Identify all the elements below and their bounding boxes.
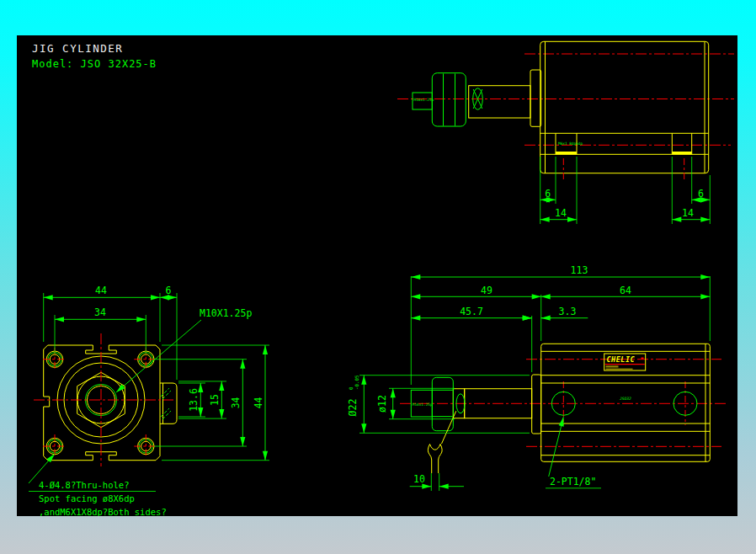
dim-34-top: 34	[94, 306, 106, 318]
dim-3-3: 3.3	[559, 306, 577, 317]
thread-hatch	[162, 391, 171, 399]
rod-nut	[432, 73, 466, 126]
brand-text-row	[606, 369, 633, 370]
dim-44-side: 44	[253, 397, 264, 408]
dim-6-left: 6	[545, 188, 551, 200]
thread-hatch	[161, 388, 169, 397]
wrench-contact-line	[442, 411, 456, 444]
dim-dia22-tol-low: -0.05	[354, 375, 359, 390]
dim-49: 49	[481, 285, 492, 296]
dim-64: 64	[620, 285, 631, 296]
dim-dia22: Ø22	[347, 399, 359, 417]
note-line1: 4-Ø4.8?Thru-hole?	[39, 480, 129, 490]
rod-flange	[532, 375, 541, 434]
brand-text-row	[606, 365, 619, 367]
drawing-model: Model: JSO 32X25-B	[32, 58, 157, 70]
brand-mark	[642, 358, 644, 360]
rod-nut	[432, 377, 453, 430]
dim-34-side: 34	[230, 397, 242, 408]
front-view: 44 6 34 13.6 15 34 44 M10X1.25p 4-Ø4.8?T…	[29, 285, 269, 516]
thread-hatch	[161, 408, 169, 417]
cad-drawing: JIG CYLINDER Model: JSO 32X25-B M10x1.25…	[17, 35, 737, 516]
strip-highlight	[556, 152, 577, 154]
thread-callout-label: M10X1.25p	[200, 307, 252, 319]
brand-plate: CHELIC	[604, 354, 646, 370]
dim-dia12: ø12	[376, 395, 388, 413]
title-block: JIG CYLINDER Model: JSO 32X25-B	[32, 42, 157, 70]
top-side-view: M10x1.25p M6x1 8dp6dp 6 14 6 14	[397, 41, 734, 224]
dim-113: 113	[571, 264, 588, 276]
body-stamp: JSO32	[619, 397, 631, 401]
groove-label: M6x1 8dp6dp	[558, 141, 583, 146]
bottom-side-view: M10x1.25p CHELIC JSO32 10 2-PT1/8"	[347, 264, 728, 491]
rod-thread-label: M10x1.25p	[414, 98, 434, 102]
brand-name: CHELIC	[607, 355, 636, 364]
port-label: 2-PT1/8"	[550, 476, 596, 487]
dim-45-7: 45.7	[460, 306, 483, 317]
piston-rod	[469, 86, 530, 118]
strip-highlight	[672, 152, 691, 154]
dim-14-left: 14	[555, 207, 567, 219]
corner-hole	[43, 434, 67, 458]
drawing-title: JIG CYLINDER	[32, 42, 123, 55]
thread-hatch	[162, 411, 171, 419]
dim-6-right: 6	[698, 188, 704, 200]
dim-44-top: 44	[95, 285, 107, 296]
cad-drawing-canvas: JIG CYLINDER Model: JSO 32X25-B M10x1.25…	[17, 35, 737, 516]
note-line3: ,andM6X1X8dp?Both sides?	[39, 507, 167, 516]
note-line2: Spot facing ø8X6dp	[39, 493, 135, 503]
rod-thread-label: M10x1.25p	[413, 402, 433, 407]
dim-13-6: 13.6	[188, 388, 200, 412]
dim-15: 15	[209, 394, 221, 406]
wrench-head	[428, 445, 442, 474]
dim-dia22-tol-high: 0	[349, 386, 354, 390]
dim-10: 10	[413, 473, 425, 485]
dim-6-top: 6	[166, 285, 172, 296]
note-leader	[29, 454, 55, 483]
corner-holes	[43, 348, 157, 458]
rod-flange	[530, 70, 541, 126]
dim-14-right: 14	[682, 207, 694, 219]
